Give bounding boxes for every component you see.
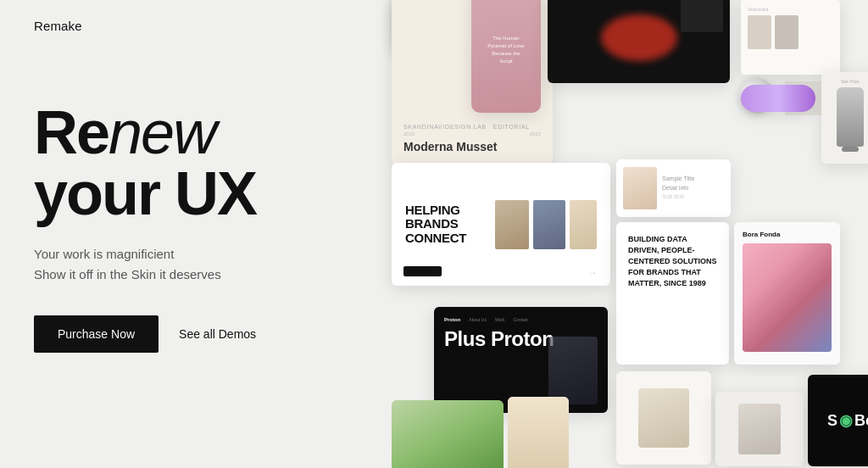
subtitle-line2: Show it off in the Skin it deserves [34, 267, 221, 281]
demo-card-scooter[interactable]: See Price [821, 72, 868, 164]
figure-img [508, 397, 569, 468]
demo-card-pill[interactable] [741, 85, 815, 112]
demo-card-figure [508, 397, 569, 468]
bora-image [743, 243, 832, 352]
demos-button[interactable]: See all Demos [179, 327, 256, 341]
pink-mobile-text: The Human Pyramid of Love Because the Sc… [478, 26, 534, 74]
product-img-2 [738, 404, 781, 454]
hero-section: Renew your UX Your work is magnificient … [34, 102, 373, 353]
mini-r1-label: Standard [748, 7, 833, 12]
demo-card-dark[interactable] [548, 0, 730, 83]
demo-card-mini-r1[interactable]: Standard [741, 0, 840, 75]
demo-card-building[interactable]: BUILDING DATA DRIVEN, PEOPLE-CENTERED SO… [616, 222, 729, 365]
hero-subtitle: Your work is magnificient Show it off in… [34, 244, 373, 285]
hbc-button[interactable] [403, 266, 442, 276]
product-img-1 [638, 388, 689, 448]
hbc-text-block: HELPINGBRANDSCONNECT [405, 203, 466, 246]
sbera-logo: S ◉ Bera [827, 411, 868, 430]
proton-nav: Proton About Us Work Contact [444, 317, 598, 322]
headline-new: new [108, 98, 215, 166]
bora-title: Bora Fonda [743, 231, 832, 238]
demo-card-product-bottom-2[interactable] [715, 392, 804, 466]
editorial-tag: Skandinavidesign.lab EDITORIAL [403, 124, 541, 130]
subtitle-line1: Your work is magnificient [34, 247, 174, 261]
demo-card-pink-mobile[interactable]: The Human Pyramid of Love Because the Sc… [471, 0, 541, 113]
demo-card-leaf [392, 400, 504, 468]
headline-re: Re [34, 98, 108, 166]
hbc-images [495, 200, 597, 249]
headline-line2: your UX [34, 159, 256, 227]
dark-mini-img [681, 0, 723, 32]
building-text: BUILDING DATA DRIVEN, PEOPLE-CENTERED SO… [628, 234, 717, 289]
hbc-arrow: → [588, 268, 597, 277]
demo-card-bora[interactable]: Bora Fonda [734, 222, 840, 365]
demo-card-sbera[interactable]: S ◉ Bera [808, 375, 868, 466]
scooter-label: See Price [841, 79, 860, 84]
hero-headline: Renew your UX [34, 102, 373, 224]
mini-r1-imgs [748, 15, 833, 49]
purchase-button[interactable]: Purchase Now [34, 315, 159, 353]
scooter-shape [837, 87, 864, 147]
demos-area: Skandinavidesign.lab EDITORIAL 20222022 … [368, 0, 868, 468]
mini-product-text: Sample Title Detail info Sub text [662, 175, 695, 202]
logo[interactable]: Remake [34, 19, 82, 33]
editorial-title: Moderna Musset [403, 140, 541, 153]
cta-group: Purchase Now See all Demos [34, 315, 373, 353]
demo-card-mini-product[interactable]: Sample Title Detail info Sub text [616, 159, 731, 217]
demo-card-product-bottom-1[interactable] [616, 371, 711, 465]
editorial-date: 20222022 [403, 131, 541, 136]
proton-figure [548, 337, 598, 404]
mini-product-img [623, 167, 657, 209]
dark-blob [601, 14, 677, 61]
